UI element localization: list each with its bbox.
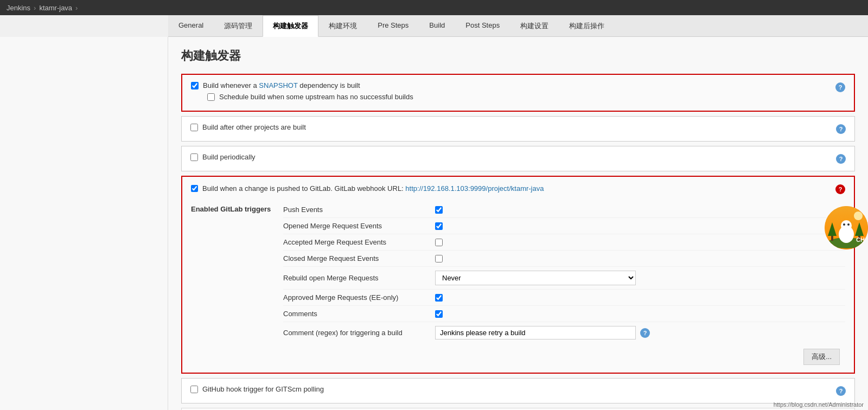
tab-presteps[interactable]: Pre Steps bbox=[367, 15, 419, 36]
schedule-row: Schedule build when some upstream has no… bbox=[207, 93, 829, 101]
accepted-merge-checkbox[interactable] bbox=[435, 239, 443, 246]
accepted-merge-row: Accepted Merge Request Events bbox=[283, 234, 845, 251]
project-link[interactable]: ktamr-java bbox=[39, 4, 72, 12]
comment-regex-row: Comment (regex) for triggering a build ? bbox=[283, 322, 845, 343]
avatar-text: CH bbox=[856, 236, 865, 243]
gitlab-body: Enabled GitLab triggers Push Events Open… bbox=[191, 202, 845, 343]
opened-merge-checkbox[interactable] bbox=[435, 222, 443, 230]
schedule-checkbox[interactable] bbox=[207, 93, 215, 101]
build-after-label: Build after other projects are built bbox=[202, 123, 306, 131]
comment-regex-label: Comment (regex) for triggering a build bbox=[283, 329, 435, 337]
comments-label: Comments bbox=[283, 310, 435, 318]
build-periodically-info-icon[interactable]: ? bbox=[836, 154, 846, 164]
comments-control bbox=[435, 310, 443, 318]
snapshot-checkbox[interactable] bbox=[191, 82, 199, 89]
comment-regex-input[interactable] bbox=[435, 326, 636, 339]
build-after-row: Build after other projects are built bbox=[190, 123, 829, 131]
accepted-merge-control bbox=[435, 239, 443, 246]
gitlab-url-link[interactable]: http://192.168.1.103:9999/project/ktamr-… bbox=[405, 184, 544, 193]
gitlab-label: Build when a change is pushed to GitLab.… bbox=[202, 184, 544, 193]
breadcrumb-sep2: › bbox=[75, 4, 78, 12]
schedule-sub-option: Schedule build when some upstream has no… bbox=[207, 93, 829, 101]
closed-merge-label: Closed Merge Request Events bbox=[283, 254, 435, 262]
push-events-row: Push Events bbox=[283, 202, 845, 218]
gitlab-info-icon[interactable]: ? bbox=[835, 184, 845, 194]
github-label: GitHub hook trigger for GITScm polling bbox=[202, 385, 324, 393]
svg-point-10 bbox=[854, 212, 863, 220]
build-periodically-checkbox[interactable] bbox=[190, 153, 198, 161]
snapshot-section-left: Build whenever a SNAPSHOT dependency is … bbox=[191, 81, 829, 104]
push-events-checkbox[interactable] bbox=[435, 206, 443, 214]
breadcrumb-sep1: › bbox=[34, 4, 36, 12]
content-area: 构建触发器 Build whenever a SNAPSHOT dependen… bbox=[168, 37, 868, 410]
comments-checkbox[interactable] bbox=[435, 310, 443, 318]
svg-point-4 bbox=[843, 223, 845, 226]
accepted-merge-label: Accepted Merge Request Events bbox=[283, 238, 435, 246]
build-after-left: Build after other projects are built bbox=[190, 123, 829, 134]
tab-huanjing[interactable]: 构建环境 bbox=[318, 15, 367, 36]
snapshot-link[interactable]: SNAPSHOT bbox=[259, 81, 297, 89]
comment-regex-info-icon[interactable]: ? bbox=[640, 328, 650, 338]
approved-merge-row: Approved Merge Requests (EE-only) bbox=[283, 290, 845, 306]
tab-settings[interactable]: 构建设置 bbox=[510, 15, 559, 36]
tab-yuanma[interactable]: 源码管理 bbox=[214, 15, 263, 36]
build-periodically-row: Build periodically bbox=[190, 153, 829, 161]
schedule-label: Schedule build when some upstream has no… bbox=[219, 93, 413, 101]
footer-url: https://blog.csdn.net/Administrator bbox=[774, 401, 864, 408]
build-periodically-section: Build periodically ? bbox=[181, 146, 855, 171]
enabled-gitlab-triggers-label: Enabled GitLab triggers bbox=[191, 202, 283, 343]
tab-build[interactable]: Build bbox=[419, 15, 455, 36]
advanced-row: 高级... bbox=[191, 349, 845, 365]
build-periodically-label: Build periodically bbox=[202, 153, 256, 161]
github-checkbox[interactable] bbox=[190, 386, 198, 393]
build-after-info-icon[interactable]: ? bbox=[836, 124, 846, 134]
closed-merge-row: Closed Merge Request Events bbox=[283, 251, 845, 267]
github-info-icon[interactable]: ? bbox=[836, 386, 846, 396]
rebuild-merge-label: Rebuild open Merge Requests bbox=[283, 274, 435, 282]
opened-merge-row: Opened Merge Request Events bbox=[283, 218, 845, 234]
build-periodically-info[interactable]: ? bbox=[836, 154, 846, 164]
opened-merge-control bbox=[435, 222, 443, 230]
snapshot-row: Build whenever a SNAPSHOT dependency is … bbox=[191, 81, 829, 89]
sidebar bbox=[0, 37, 168, 410]
push-events-control bbox=[435, 206, 443, 214]
github-row: GitHub hook trigger for GITScm polling bbox=[190, 385, 324, 393]
snapshot-section: Build whenever a SNAPSHOT dependency is … bbox=[181, 74, 855, 112]
tab-postops[interactable]: 构建后操作 bbox=[559, 15, 615, 36]
gitlab-checkbox[interactable] bbox=[191, 185, 198, 192]
advanced-button[interactable]: 高级... bbox=[803, 349, 840, 365]
page-title: 构建触发器 bbox=[181, 48, 855, 64]
closed-merge-checkbox[interactable] bbox=[435, 255, 443, 262]
jenkins-link[interactable]: Jenkins bbox=[7, 4, 30, 12]
top-bar: Jenkins › ktamr-java › bbox=[0, 0, 868, 15]
enabled-options: Push Events Opened Merge Request Events bbox=[283, 202, 845, 343]
build-after-checkbox[interactable] bbox=[190, 124, 198, 131]
tab-poststeps[interactable]: Post Steps bbox=[455, 15, 510, 36]
rebuild-merge-row: Rebuild open Merge Requests Never On pus… bbox=[283, 267, 845, 290]
tab-bar: General 源码管理 构建触发器 构建环境 Pre Steps Build … bbox=[168, 15, 868, 37]
snapshot-label: Build whenever a SNAPSHOT dependency is … bbox=[203, 81, 360, 89]
avatar[interactable]: CH bbox=[825, 206, 868, 249]
github-section: GitHub hook trigger for GITScm polling ? bbox=[181, 378, 855, 403]
build-after-section: Build after other projects are built ? bbox=[181, 116, 855, 142]
rebuild-merge-control: Never On push to source branch On push t… bbox=[435, 271, 636, 285]
approved-merge-label: Approved Merge Requests (EE-only) bbox=[283, 293, 435, 302]
tab-chufa[interactable]: 构建触发器 bbox=[263, 15, 318, 37]
snapshot-info[interactable]: ? bbox=[835, 82, 845, 92]
snapshot-info-icon[interactable]: ? bbox=[835, 82, 845, 92]
gitlab-header-left: Build when a change is pushed to GitLab.… bbox=[191, 184, 835, 193]
gitlab-header: Build when a change is pushed to GitLab.… bbox=[191, 184, 845, 194]
gitlab-section: Build when a change is pushed to GitLab.… bbox=[181, 176, 855, 374]
approved-merge-control bbox=[435, 294, 443, 302]
avatar-area: CH bbox=[825, 206, 868, 249]
approved-merge-checkbox[interactable] bbox=[435, 294, 443, 302]
push-events-label: Push Events bbox=[283, 206, 435, 214]
build-after-info[interactable]: ? bbox=[836, 124, 846, 134]
tab-general[interactable]: General bbox=[168, 15, 214, 36]
svg-point-3 bbox=[841, 220, 852, 231]
rebuild-select[interactable]: Never On push to source branch On push t… bbox=[435, 271, 636, 285]
opened-merge-label: Opened Merge Request Events bbox=[283, 222, 435, 230]
build-periodically-left: Build periodically bbox=[190, 153, 829, 164]
comments-row: Comments bbox=[283, 306, 845, 322]
svg-point-5 bbox=[847, 223, 850, 226]
